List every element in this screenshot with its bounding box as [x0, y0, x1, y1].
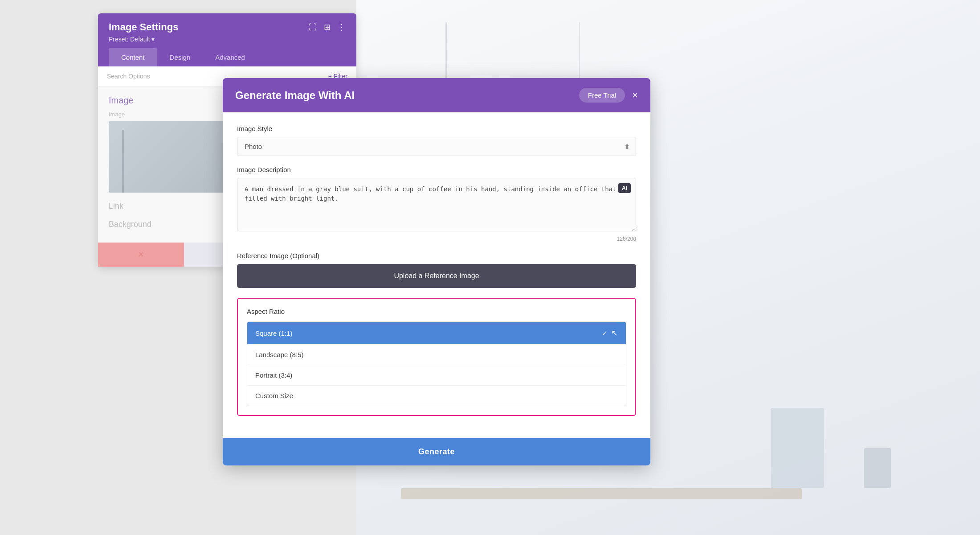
tab-advanced[interactable]: Advanced	[203, 48, 257, 66]
panel-title: Image Settings	[109, 21, 178, 33]
image-style-group: Image Style Photo Illustration Painting …	[237, 125, 636, 156]
upload-reference-button[interactable]: Upload a Reference Image	[237, 264, 636, 288]
menu-icon[interactable]: ⋮	[338, 22, 346, 32]
aspect-ratio-option-custom-label: Custom Size	[255, 392, 293, 399]
office-desk	[401, 488, 802, 499]
ai-modal: Generate Image With AI Free Trial × Imag…	[223, 78, 650, 465]
modal-header: Generate Image With AI Free Trial ×	[223, 78, 650, 112]
image-style-select[interactable]: Photo Illustration Painting Drawing	[237, 137, 636, 156]
tab-content[interactable]: Content	[109, 48, 157, 66]
aspect-ratio-option-square-label: Square (1:1)	[255, 329, 292, 337]
panel-header: Image Settings ⛶ ⊞ ⋮ Preset: Default ▾ C…	[98, 13, 356, 66]
search-placeholder: Search Options	[107, 73, 150, 80]
aspect-ratio-option-landscape-label: Landscape (8:5)	[255, 351, 303, 358]
modal-body: Image Style Photo Illustration Painting …	[223, 112, 650, 438]
fullscreen-icon[interactable]: ⛶	[309, 23, 317, 32]
reference-image-group: Reference Image (Optional) Upload a Refe…	[237, 252, 636, 288]
image-style-label: Image Style	[237, 125, 636, 132]
split-icon[interactable]: ⊞	[324, 22, 331, 32]
generate-button[interactable]: Generate	[223, 438, 650, 465]
aspect-ratio-label: Aspect Ratio	[247, 308, 626, 315]
panel-tabs: Content Design Advanced	[109, 48, 346, 66]
panel-title-row: Image Settings ⛶ ⊞ ⋮	[109, 21, 346, 33]
aspect-ratio-section: Aspect Ratio Square (1:1) ✓ ↖ Landscape …	[237, 298, 636, 416]
preview-line	[122, 130, 124, 193]
modal-header-right: Free Trial ×	[579, 88, 638, 103]
aspect-ratio-option-square[interactable]: Square (1:1) ✓ ↖	[247, 322, 626, 345]
image-description-group: Image Description AI 128/200	[237, 166, 636, 242]
aspect-ratio-option-custom[interactable]: Custom Size	[247, 386, 626, 406]
image-description-label: Image Description	[237, 166, 636, 173]
aspect-ratio-option-portrait-label: Portrait (3:4)	[255, 371, 292, 379]
ai-badge: AI	[618, 183, 631, 193]
close-button[interactable]: ×	[632, 91, 638, 100]
aspect-ratio-option-landscape[interactable]: Landscape (8:5)	[247, 345, 626, 365]
aspect-ratio-option-portrait[interactable]: Portrait (3:4)	[247, 365, 626, 386]
tab-design[interactable]: Design	[157, 48, 203, 66]
cancel-button[interactable]: ✕	[98, 243, 184, 267]
office-book	[864, 448, 891, 488]
image-description-textarea[interactable]	[237, 178, 636, 231]
char-count: 128/200	[237, 236, 636, 242]
reference-image-label: Reference Image (Optional)	[237, 252, 636, 259]
image-description-wrapper: AI	[237, 178, 636, 233]
free-trial-badge[interactable]: Free Trial	[579, 88, 625, 103]
checkmark-icon: ✓ ↖	[602, 328, 618, 338]
office-monitor	[771, 408, 824, 488]
panel-preset[interactable]: Preset: Default ▾	[109, 36, 346, 43]
panel-icons: ⛶ ⊞ ⋮	[309, 22, 346, 32]
aspect-ratio-dropdown: Square (1:1) ✓ ↖ Landscape (8:5) Portrai…	[247, 321, 626, 406]
modal-title: Generate Image With AI	[235, 89, 355, 102]
image-style-select-wrapper: Photo Illustration Painting Drawing	[237, 137, 636, 156]
